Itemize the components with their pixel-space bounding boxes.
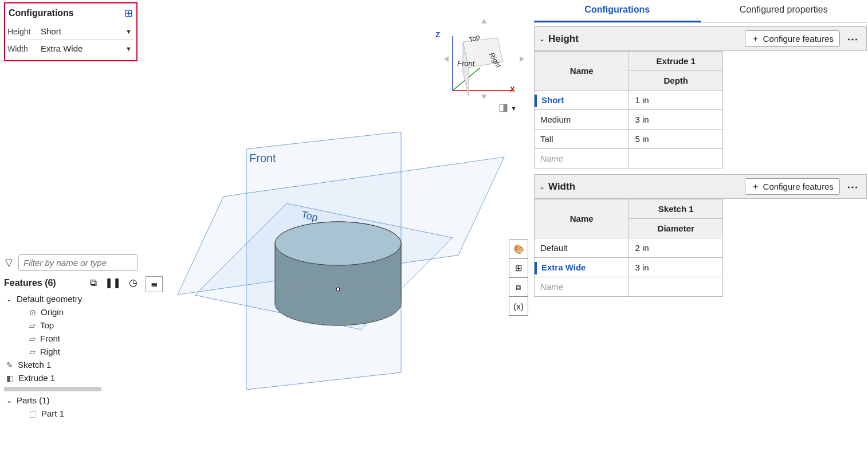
config-row-height: Height Short ▼ [7, 23, 134, 40]
width-name-header: Name [535, 199, 629, 238]
section-header-height[interactable]: ⌄ Height ＋ Configure features ⋯ [534, 26, 867, 51]
config-height-label: Height [7, 27, 38, 36]
height-value-header: Depth [629, 71, 723, 91]
configurations-right-panel: Configurations Configured properties ⌄ H… [534, 0, 867, 297]
chevron-down-icon: ⌄ [6, 397, 12, 405]
feature-list-toggle[interactable]: ≣ [146, 276, 163, 292]
tool-variables[interactable]: (x) [509, 296, 528, 316]
chevron-down-icon: ⌄ [6, 295, 12, 303]
configure-features-button[interactable]: ＋ Configure features [745, 30, 840, 47]
height-row-medium[interactable]: Medium 3 in [535, 110, 723, 129]
width-row-new[interactable]: Name [535, 277, 723, 297]
plus-icon: ＋ [751, 181, 760, 192]
axis-x-label: X [510, 85, 515, 93]
plus-icon: ＋ [751, 33, 760, 44]
configure-features-button[interactable]: ＋ Configure features [745, 178, 840, 195]
tool-custom-tables[interactable]: ⧈ [509, 277, 528, 297]
view-cube[interactable]: Z X Top Front Right [435, 10, 533, 108]
viewcube-face-front[interactable]: Front [457, 59, 474, 68]
width-table: Name Sketch 1 Diameter Default 2 in Extr… [534, 199, 723, 297]
chevron-down-icon: ⌄ [539, 183, 545, 191]
svg-point-6 [336, 288, 340, 291]
add-feature-icon[interactable]: ⧉ [90, 277, 97, 288]
more-menu-icon[interactable]: ⋯ [845, 32, 862, 46]
tree-origin[interactable]: ⊙ Origin [4, 305, 138, 319]
config-panel: Configurations ⊞ Height Short ▼ Width Ex… [4, 2, 138, 61]
width-value-header: Diameter [629, 219, 723, 238]
tree-front[interactable]: ▱ Front [4, 332, 138, 345]
tool-appearances[interactable]: 🎨 [509, 240, 528, 259]
features-header: Features (6) [4, 278, 80, 288]
tree-scrollbar[interactable] [4, 387, 101, 391]
tool-config-table[interactable]: ⊞ [509, 258, 528, 278]
part-icon: ⬚ [29, 409, 37, 418]
width-feature-header: Sketch 1 [629, 199, 723, 219]
origin-icon: ⊙ [29, 308, 36, 317]
config-table-icon[interactable]: ⊞ [124, 7, 133, 19]
config-width-value: Extra Wide [41, 44, 83, 53]
chevron-down-icon: ▼ [125, 45, 132, 52]
tab-configurations[interactable]: Configurations [534, 0, 701, 22]
height-row-short[interactable]: Short 1 in [535, 91, 723, 110]
config-panel-title: Configurations [9, 8, 74, 18]
right-tool-strip: 🎨 ⊞ ⧈ (x) [509, 240, 531, 315]
stopwatch-icon[interactable]: ◷ [129, 277, 138, 288]
tab-configured-properties[interactable]: Configured properties [701, 0, 867, 22]
config-height-value: Short [41, 26, 61, 36]
chevron-down-icon: ⌄ [539, 35, 545, 43]
more-menu-icon[interactable]: ⋯ [845, 180, 862, 194]
height-feature-header: Extrude 1 [629, 52, 723, 71]
section-title-width: Width [548, 181, 745, 193]
plane-icon: ▱ [29, 321, 36, 330]
config-tabs: Configurations Configured properties [534, 0, 867, 23]
svg-point-4 [275, 222, 401, 265]
config-width-select[interactable]: Extra Wide ▼ [38, 42, 134, 54]
features-panel: ▽ Features (6) ⧉ ❚❚ ◷ ⌄ Default geometry… [4, 253, 138, 420]
config-row-width: Width Extra Wide ▼ [7, 40, 134, 57]
height-name-header: Name [535, 52, 629, 91]
plane-icon: ▱ [29, 334, 36, 343]
config-width-label: Width [7, 44, 38, 53]
sketch-icon: ✎ [6, 360, 13, 370]
axis-z-label: Z [435, 30, 440, 39]
plane-label-front: Front [249, 152, 276, 164]
tree-right[interactable]: ▱ Right [4, 345, 138, 358]
plane-icon: ▱ [29, 347, 36, 356]
chevron-down-icon: ▼ [125, 28, 132, 35]
config-height-select[interactable]: Short ▼ [38, 25, 134, 37]
display-style-dropdown[interactable]: ◨▼ [498, 101, 517, 113]
width-row-extra-wide[interactable]: Extra Wide 3 in [535, 258, 723, 277]
filter-input[interactable] [18, 254, 138, 271]
extrude-icon: ◧ [6, 374, 14, 383]
tree-default-geometry[interactable]: ⌄ Default geometry [4, 292, 138, 305]
height-row-new[interactable]: Name [535, 149, 723, 168]
width-row-default[interactable]: Default 2 in [535, 238, 723, 258]
filter-icon[interactable]: ▽ [5, 257, 13, 269]
tree-sketch1[interactable]: ✎ Sketch 1 [4, 358, 138, 371]
height-row-tall[interactable]: Tall 5 in [535, 129, 723, 149]
pause-icon[interactable]: ❚❚ [105, 277, 121, 288]
tree-part1[interactable]: ⬚ Part 1 [4, 407, 138, 420]
section-title-height: Height [548, 33, 745, 45]
tree-extrude1[interactable]: ◧ Extrude 1 [4, 371, 138, 384]
height-table: Name Extrude 1 Depth Short 1 in Medium 3… [534, 51, 723, 168]
tree-parts-header[interactable]: ⌄ Parts (1) [4, 394, 138, 407]
tree-top[interactable]: ▱ Top [4, 319, 138, 332]
section-header-width[interactable]: ⌄ Width ＋ Configure features ⋯ [534, 174, 867, 199]
